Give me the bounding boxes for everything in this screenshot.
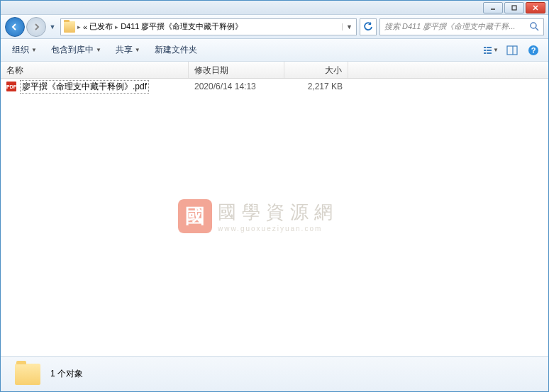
svg-rect-8 [484,50,486,51]
new-folder-button[interactable]: 新建文件夹 [150,42,201,58]
file-date: 2020/6/14 14:13 [189,82,284,91]
column-date[interactable]: 修改日期 [189,62,284,78]
watermark-url: www.guoxueziyuan.com [218,225,338,233]
breadcrumb-dropdown[interactable]: ▼ [342,23,353,30]
search-icon [530,22,539,31]
chevron-down-icon: ▼ [96,47,101,53]
folder-icon [64,21,75,33]
back-button[interactable] [5,17,25,37]
column-headers: 名称 修改日期 大小 [1,62,548,79]
svg-rect-10 [484,52,486,54]
organize-button[interactable]: 组织▼ [8,42,41,58]
column-name[interactable]: 名称 [1,62,189,78]
watermark-icon: 國 [178,199,212,233]
minimize-button[interactable] [483,2,503,13]
breadcrumb[interactable]: ▸ « 已发布 ▸ D411 廖平撰《命理支中藏干释例》 ▼ [60,18,357,35]
file-name: 廖平撰《命理支中藏干释例》.pdf [20,80,149,94]
svg-point-4 [531,23,536,28]
search-input[interactable]: 搜索 D411 廖平撰《命理支中藏干释... [379,18,544,35]
svg-rect-7 [487,47,492,48]
view-options-button[interactable]: ▼ [483,43,499,58]
svg-rect-11 [487,52,492,54]
share-button[interactable]: 共享▼ [111,42,145,58]
help-button[interactable]: ? [526,43,541,58]
watermark-title: 國學資源網 [218,200,338,225]
svg-rect-9 [487,50,492,51]
navbar: ▼ ▸ « 已发布 ▸ D411 廖平撰《命理支中藏干释例》 ▼ 搜索 D411… [1,15,548,39]
include-in-library-button[interactable]: 包含到库中▼ [47,42,106,58]
chevron-right-icon: ▸ [77,23,81,30]
svg-rect-1 [512,6,516,10]
close-button[interactable] [526,2,545,13]
file-list: PDF 廖平撰《命理支中藏干释例》.pdf 2020/6/14 14:13 2,… [1,79,548,355]
preview-pane-button[interactable] [504,43,520,58]
breadcrumb-part[interactable]: 已发布 [89,21,113,32]
watermark: 國 國學資源網 www.guoxueziyuan.com [178,199,338,233]
breadcrumb-part[interactable]: D411 廖平撰《命理支中藏干释例》 [121,21,243,32]
status-count: 1 个对象 [50,368,83,380]
file-size: 2,217 KB [284,82,348,91]
breadcrumb-prefix: « [83,23,87,31]
file-row[interactable]: PDF 廖平撰《命理支中藏干释例》.pdf 2020/6/14 14:13 2,… [1,79,548,94]
search-placeholder: 搜索 D411 廖平撰《命理支中藏干释... [384,21,527,32]
svg-rect-12 [507,46,517,55]
chevron-down-icon: ▼ [31,47,37,53]
chevron-right-icon: ▸ [115,23,118,30]
refresh-button[interactable] [360,18,377,35]
titlebar [1,1,548,15]
svg-line-5 [536,28,538,30]
history-dropdown[interactable]: ▼ [48,20,57,34]
toolbar: 组织▼ 包含到库中▼ 共享▼ 新建文件夹 ▼ ? [1,39,548,62]
folder-icon [15,364,40,385]
maximize-button[interactable] [504,2,524,13]
forward-button[interactable] [26,17,46,37]
pdf-icon: PDF [6,82,16,91]
chevron-down-icon: ▼ [135,47,140,53]
svg-text:?: ? [531,46,536,55]
statusbar: 1 个对象 [1,356,548,391]
svg-rect-6 [484,47,486,48]
column-size[interactable]: 大小 [284,62,348,78]
